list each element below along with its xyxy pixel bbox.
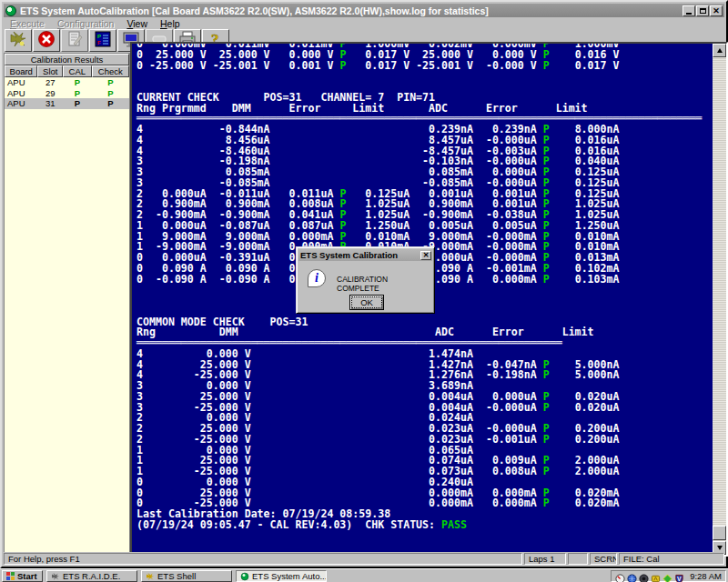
menu-execute: Execute [4, 18, 51, 29]
camera-icon[interactable] [639, 571, 649, 581]
taskbar-clock: 9:28 AM [690, 571, 722, 581]
menu-help[interactable]: Help [154, 18, 187, 29]
close-button[interactable]: ✕ [710, 5, 723, 16]
cell: P [63, 77, 92, 88]
vertical-scrollbar[interactable] [713, 44, 726, 555]
cell: P [92, 77, 129, 88]
cell: P [92, 98, 129, 109]
terminal-line [136, 71, 712, 82]
cell: 27 [38, 77, 64, 88]
table-row[interactable]: APU31PP [5, 98, 129, 109]
cell: P [63, 88, 92, 99]
arrow-up-icon [717, 48, 723, 53]
cell: 29 [38, 88, 64, 99]
dialog-title-bar: ETS System Calibration ✕ [298, 249, 432, 261]
calibration-complete-dialog: ETS System Calibration ✕ i CALIBRATION C… [296, 246, 435, 314]
results-column-board[interactable]: Board [5, 65, 37, 77]
system-tray: V 9:28 AM [611, 570, 726, 582]
svg-text:P: P [97, 34, 101, 39]
status-bar: For Help, press F1Laps 1SCRNFILE: Cal [4, 552, 724, 565]
svg-text:F: F [97, 40, 101, 45]
ok-button[interactable]: OK [349, 295, 384, 310]
minimize-button[interactable] [682, 5, 695, 16]
title-bar: ETS System AutoCalibration [Cal Board AS… [4, 4, 724, 17]
eagle-run-button[interactable] [5, 29, 32, 52]
results-table-header: BoardSlotCALCheck [5, 65, 129, 77]
dialog-message: CALIBRATION COMPLETE [337, 275, 430, 293]
scroll-up-button[interactable] [713, 44, 726, 57]
arrow-down-icon [717, 546, 723, 550]
taskbar-button-ets-shell[interactable]: ETS Shell [141, 570, 232, 582]
menu-view[interactable]: View [120, 18, 154, 29]
edit-log-icon [66, 30, 84, 52]
calibration-results-panel: Calibration Results BoardSlotCALCheck AP… [4, 53, 130, 557]
menu-bar: ExecuteConfigurationViewHelp [4, 17, 724, 29]
app-green-icon [240, 572, 249, 581]
cell: P [92, 88, 129, 99]
stop-abort-button[interactable] [33, 29, 60, 52]
antivirus-shield-icon[interactable]: V [674, 571, 684, 581]
start-button-label: Start [17, 571, 37, 581]
taskbar-button-ets-system-auto-[interactable]: ETS System Auto... [236, 570, 327, 582]
results-column-slot[interactable]: Slot [37, 65, 63, 77]
window-title: ETS System AutoCalibration [Cal Board AS… [20, 5, 682, 16]
dialog-title: ETS System Calibration [298, 250, 420, 260]
cell: P [63, 98, 92, 109]
app-icon [5, 5, 16, 16]
table-row[interactable]: APU27PP [5, 77, 129, 88]
table-row[interactable]: APU29PP [5, 88, 129, 99]
start-button[interactable]: Start [2, 570, 43, 582]
eagle-run-icon [9, 30, 27, 52]
results-column-cal[interactable]: CAL [63, 65, 92, 77]
cell: APU [5, 98, 38, 109]
restore-button[interactable] [696, 5, 709, 16]
windows-logo-icon [6, 572, 15, 580]
terminal-line: (07/19/24 09:05.47 - CAL REV:4.03) CHK S… [136, 520, 712, 531]
meter-icon[interactable] [615, 571, 625, 581]
cell: APU [5, 77, 38, 88]
status-panel-2 [568, 553, 588, 565]
results-panel-button[interactable]: PF [89, 29, 116, 52]
cell: APU [5, 88, 38, 99]
eagle-gray-icon [51, 572, 60, 581]
results-table-body: APU27PPAPU29PPAPU31PP [5, 77, 129, 109]
scheduler-icon[interactable] [662, 571, 672, 581]
taskbar-button-label: ETS System Auto... [252, 571, 327, 581]
eagle-yellow-icon [146, 572, 155, 581]
info-icon: i [308, 269, 326, 287]
taskbar-button-label: ETS Shell [157, 571, 196, 581]
taskbar-button-label: ETS R.A.I.D.E. [63, 571, 120, 581]
svg-text:V: V [677, 576, 682, 582]
stop-abort-icon [37, 30, 56, 52]
battery-yellow-icon[interactable] [651, 571, 661, 581]
status-panel-4: FILE: Cal [619, 553, 724, 565]
results-panel-title: Calibration Results [5, 54, 129, 65]
dialog-close-icon[interactable]: ✕ [420, 251, 431, 260]
cell: 31 [38, 98, 64, 109]
menu-configuration: Configuration [51, 18, 120, 29]
status-panel-3: SCRN [590, 553, 617, 565]
status-panel-1: Laps 1 [524, 553, 566, 565]
terminal-line: 0 -25.000 V -25.001 V 0.001 V P 0.017 V … [136, 61, 712, 72]
network-globe-icon[interactable] [627, 571, 637, 581]
taskbar: Start ETS R.A.I.D.E.ETS ShellETS System … [0, 568, 728, 582]
scrollbar-thumb[interactable] [713, 526, 726, 540]
taskbar-button-ets-r-a-i-d-e-[interactable]: ETS R.A.I.D.E. [46, 570, 137, 582]
edit-log-button [61, 29, 88, 52]
results-column-check[interactable]: Check [92, 65, 129, 77]
status-panel-0: For Help, press F1 [4, 553, 522, 565]
results-panel-icon: PF [94, 30, 112, 52]
